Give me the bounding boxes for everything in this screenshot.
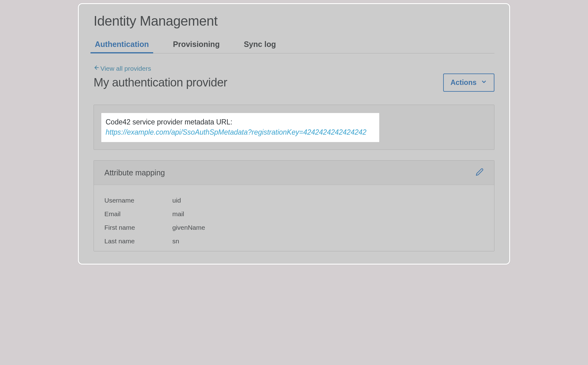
attr-value: mail — [172, 210, 184, 218]
tab-label: Provisioning — [173, 40, 220, 48]
arrow-left-icon — [94, 65, 100, 72]
tab-label: Sync log — [244, 40, 276, 48]
attr-key: Username — [104, 197, 172, 204]
tab-provisioning[interactable]: Provisioning — [172, 37, 221, 53]
actions-button[interactable]: Actions — [443, 73, 494, 92]
attr-key: First name — [104, 224, 172, 231]
attribute-mapping-body: Username uid Email mail First name given… — [94, 185, 494, 251]
attr-value: uid — [172, 197, 181, 204]
page-title: Identity Management — [94, 13, 494, 29]
tab-label: Authentication — [95, 40, 149, 48]
attribute-mapping-panel: Attribute mapping Username uid Email mai… — [94, 160, 494, 251]
attribute-mapping-title: Attribute mapping — [104, 168, 165, 177]
tab-sync-log[interactable]: Sync log — [242, 37, 277, 53]
pencil-icon — [476, 172, 484, 177]
attr-key: Email — [104, 210, 172, 218]
chevron-down-icon — [481, 78, 487, 87]
metadata-card: Code42 service provider metadata URL: ht… — [101, 113, 379, 142]
metadata-label: Code42 service provider metadata URL: — [106, 118, 375, 126]
attr-value: sn — [172, 237, 179, 245]
attr-value: givenName — [172, 224, 205, 231]
back-link[interactable]: View all providers — [94, 65, 151, 72]
attr-row-first-name: First name givenName — [104, 221, 484, 234]
attribute-mapping-header: Attribute mapping — [94, 161, 494, 185]
attr-row-username: Username uid — [104, 194, 484, 207]
back-link-label: View all providers — [100, 65, 151, 72]
actions-button-label: Actions — [451, 78, 477, 87]
edit-button[interactable] — [476, 168, 484, 177]
provider-header-row: My authentication provider Actions — [94, 73, 494, 92]
metadata-panel: Code42 service provider metadata URL: ht… — [94, 105, 494, 150]
tab-bar: Authentication Provisioning Sync log — [94, 37, 494, 53]
provider-title: My authentication provider — [94, 76, 227, 89]
tab-authentication[interactable]: Authentication — [94, 37, 150, 53]
attr-row-last-name: Last name sn — [104, 234, 484, 248]
metadata-url-link[interactable]: https://example.com/api/SsoAuthSpMetadat… — [106, 128, 375, 136]
attr-key: Last name — [104, 237, 172, 245]
app-frame: Identity Management Authentication Provi… — [78, 3, 510, 265]
page-content: Identity Management Authentication Provi… — [79, 4, 509, 264]
attr-row-email: Email mail — [104, 207, 484, 221]
